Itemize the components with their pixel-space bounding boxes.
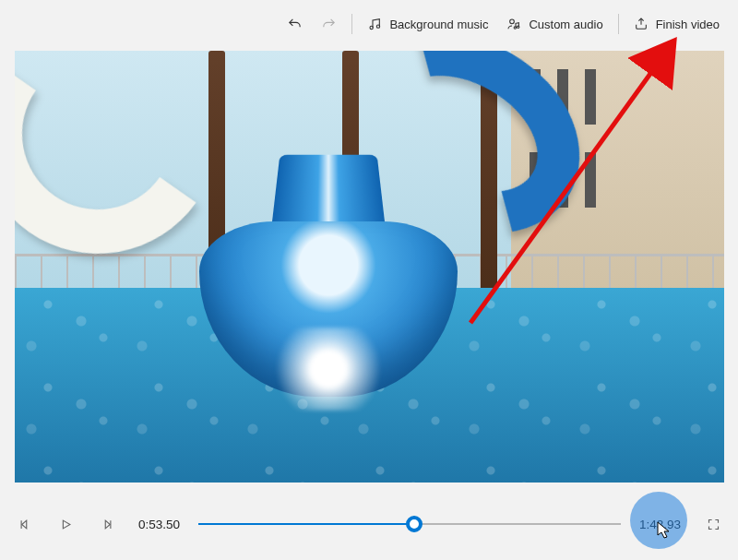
- preview-scene: [199, 115, 458, 429]
- step-back-icon: [18, 518, 32, 531]
- svg-point-4: [518, 26, 519, 28]
- redo-icon: [321, 17, 337, 32]
- custom-audio-label: Custom audio: [529, 18, 602, 31]
- export-icon: [634, 17, 649, 31]
- play-button[interactable]: [52, 510, 79, 538]
- svg-point-2: [510, 19, 515, 24]
- total-time: 1:43.93: [634, 518, 686, 531]
- custom-audio-button[interactable]: Custom audio: [497, 6, 612, 42]
- frame-forward-button[interactable]: [92, 510, 120, 538]
- seek-track[interactable]: [198, 510, 621, 538]
- svg-point-3: [515, 27, 517, 29]
- background-music-button[interactable]: Background music: [358, 6, 497, 42]
- video-preview[interactable]: [15, 51, 724, 483]
- seek-thumb[interactable]: [406, 516, 423, 532]
- redo-button[interactable]: [312, 6, 346, 42]
- seek-track-line: [198, 523, 621, 525]
- svg-marker-7: [63, 520, 70, 529]
- current-time: 0:53.50: [133, 518, 185, 531]
- svg-marker-5: [21, 520, 26, 529]
- step-forward-icon: [100, 518, 113, 531]
- play-icon: [59, 518, 73, 531]
- frame-back-button[interactable]: [11, 510, 39, 538]
- fullscreen-icon: [707, 518, 720, 531]
- toolbar-divider: [351, 14, 352, 34]
- toolbar: Background music Custom audio: [0, 0, 738, 48]
- fullscreen-button[interactable]: [699, 510, 727, 538]
- undo-icon: [287, 17, 303, 32]
- finish-video-label: Finish video: [656, 18, 720, 31]
- seek-track-fill: [198, 523, 414, 525]
- undo-button[interactable]: [278, 6, 312, 42]
- toolbar-divider: [618, 14, 619, 34]
- finish-video-button[interactable]: Finish video: [625, 6, 729, 42]
- svg-marker-8: [105, 520, 110, 529]
- playback-bar: 0:53.50 1:43.93: [11, 488, 727, 560]
- svg-point-1: [377, 25, 380, 28]
- music-note-icon: [367, 17, 382, 31]
- video-editor-window: Background music Custom audio: [0, 0, 738, 560]
- person-audio-icon: [506, 17, 521, 31]
- background-music-label: Background music: [389, 18, 488, 31]
- svg-point-0: [370, 26, 373, 29]
